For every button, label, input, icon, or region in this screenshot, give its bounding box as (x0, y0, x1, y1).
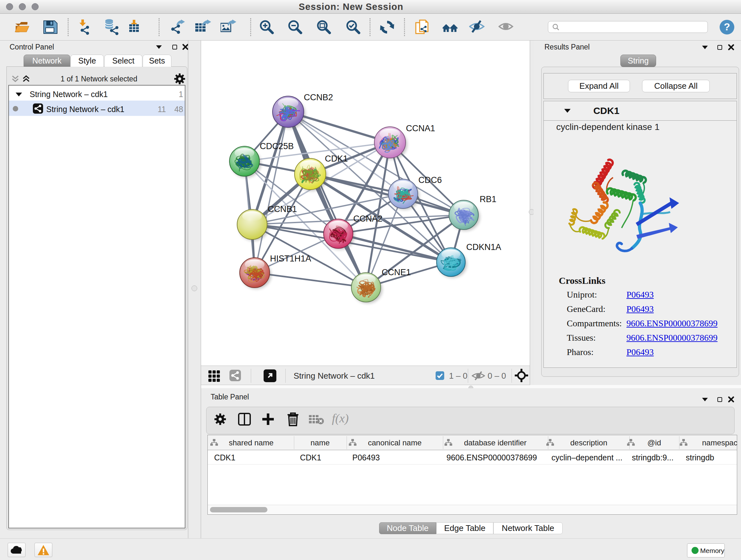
svg-text:CCNB2: CCNB2 (304, 92, 333, 102)
svg-text:CDK1: CDK1 (325, 154, 348, 164)
svg-text:CCNA2: CCNA2 (353, 214, 383, 224)
svg-text:HIST1H1A: HIST1H1A (270, 254, 311, 263)
svg-text:CCNB1: CCNB1 (268, 204, 297, 214)
svg-text:CDC25B: CDC25B (260, 141, 294, 151)
svg-text:RB1: RB1 (480, 194, 496, 204)
svg-text:CDC6: CDC6 (418, 175, 442, 185)
svg-text:?: ? (724, 21, 730, 33)
svg-text:CDKN1A: CDKN1A (466, 242, 501, 252)
svg-text:CCNA1: CCNA1 (406, 124, 435, 133)
svg-text:CCNE1: CCNE1 (382, 267, 411, 277)
